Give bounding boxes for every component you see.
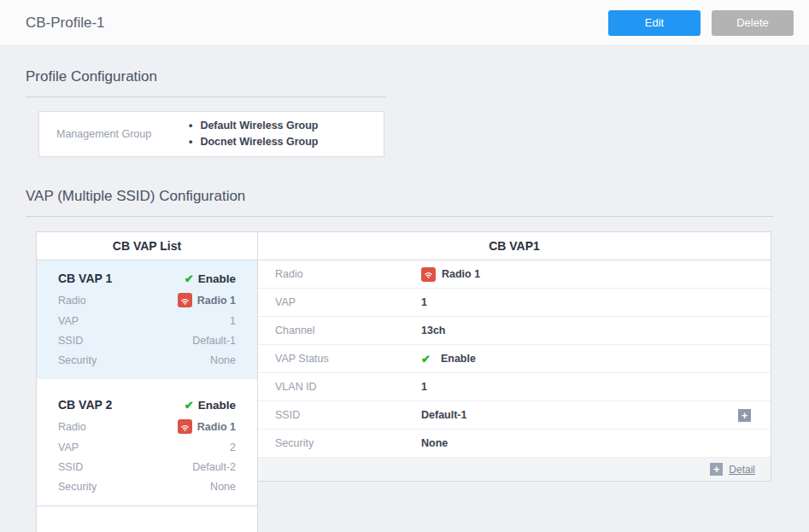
wifi-icon [178,419,192,434]
page-title: CB-Profile-1 [26,15,608,32]
field-label-radio: Radio [58,421,86,433]
vap-config-heading: VAP (Multiple SSID) Configuration [26,188,809,205]
field-value-security: None [210,354,236,366]
detail-row-vap: VAP 1 [258,289,771,317]
vap-list-header: CB VAP List [37,232,257,260]
vap-status-badge: ✔Enable [185,399,236,412]
field-value-radio: Radio 1 [178,419,236,434]
detail-row-security: Security None [258,430,771,458]
delete-button[interactable]: Delete [712,10,794,36]
detail-row-vlan-id: VLAN ID 1 [258,373,771,401]
wifi-icon [421,267,436,282]
detail-row-radio: Radio Radio 1 [258,260,771,289]
field-label-security: Security [58,354,97,366]
management-group-item: Default Wireless Group [189,118,319,134]
field-value-radio: Radio 1 [178,293,236,307]
field-value-vap: 1 [230,315,236,327]
field-label-ssid: SSID [58,335,83,347]
field-label-ssid: SSID [58,461,83,473]
vap-detail-panel: CB VAP1 Radio Radio 1 VAP 1 Channel [258,231,771,482]
vap-card-title: CB VAP 1 [58,272,112,285]
edit-button[interactable]: Edit [608,10,701,36]
check-icon: ✔ [421,353,431,365]
detail-plus-icon[interactable]: + [710,463,723,476]
check-icon: ✔ [185,399,194,412]
detail-row-channel: Channel 13ch [258,317,771,345]
vap-detail-header: CB VAP1 [258,232,771,260]
management-group-item: Docnet Wireless Group [189,134,319,150]
wifi-icon [178,293,192,307]
topbar: CB-Profile-1 Edit Delete [0,0,809,46]
vap-list-item-1[interactable]: CB VAP 1 ✔Enable Radio Radio 1 VA [37,260,257,379]
field-label-vap: VAP [58,441,79,453]
profile-config-heading: Profile Configuration [26,68,809,85]
section-divider [26,216,773,217]
management-group-list: Default Wireless Group Docnet Wireless G… [189,118,319,150]
field-label-vap: VAP [58,315,79,327]
management-group-box: Management Group Default Wireless Group … [38,111,384,157]
field-label-security: Security [58,481,97,493]
field-value-vap: 2 [230,441,236,453]
vap-list-item-2[interactable]: CB VAP 2 ✔Enable Radio Radio 1 VA [37,387,257,506]
content-area: Profile Configuration Management Group D… [0,46,809,532]
detail-link[interactable]: Detail [729,464,755,476]
detail-footer: + Detail [258,458,771,481]
field-value-ssid: Default-2 [192,461,236,473]
detail-row-vap-status: VAP Status ✔Enable [258,345,771,373]
management-group-label: Management Group [39,128,189,140]
vap-status-badge: ✔Enable [185,272,236,285]
ssid-add-icon[interactable]: + [738,409,751,422]
detail-row-ssid: SSID Default-1 + [258,401,771,430]
vap-list-panel: CB VAP List CB VAP 1 ✔Enable Radio Rad [36,231,258,532]
field-value-security: None [210,481,236,493]
field-label-radio: Radio [58,295,86,307]
section-divider [26,96,386,97]
field-value-ssid: Default-1 [192,335,236,347]
vap-panels: CB VAP List CB VAP 1 ✔Enable Radio Rad [36,231,771,532]
vap-card-title: CB VAP 2 [58,398,112,412]
check-icon: ✔ [185,272,194,285]
